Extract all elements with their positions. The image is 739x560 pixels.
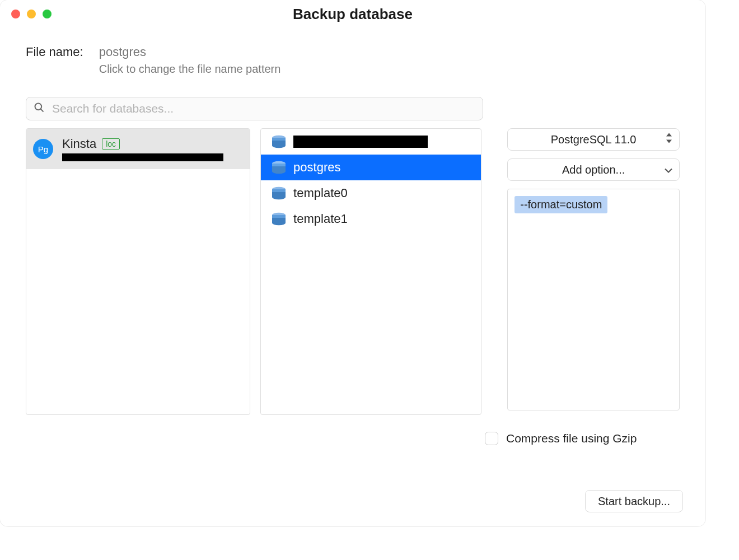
titlebar: Backup database	[0, 0, 705, 28]
server-loc-badge: loc	[102, 138, 120, 150]
options-list[interactable]: --format=custom	[507, 189, 680, 410]
option-chip-format-custom[interactable]: --format=custom	[515, 196, 607, 213]
search-input[interactable]	[26, 97, 483, 120]
database-name: postgres	[293, 160, 340, 175]
search-wrapper	[26, 97, 483, 120]
database-icon	[271, 135, 287, 148]
compress-label: Compress file using Gzip	[506, 432, 637, 445]
server-name: Kinsta	[62, 137, 96, 151]
databases-list[interactable]: postgres template0	[260, 128, 481, 415]
database-icon	[271, 212, 287, 226]
servers-list[interactable]: Pg Kinsta loc	[26, 128, 250, 415]
traffic-lights	[11, 10, 52, 18]
database-name: template1	[293, 212, 348, 226]
pg-version-select[interactable]: PostgreSQL 11.0	[507, 128, 680, 151]
close-window-button[interactable]	[11, 10, 20, 18]
add-option-select[interactable]: Add option...	[507, 158, 680, 181]
start-backup-label: Start backup...	[598, 495, 670, 508]
server-avatar: Pg	[33, 139, 53, 159]
add-option-label: Add option...	[562, 164, 625, 176]
search-icon	[34, 102, 45, 115]
filename-label: File name:	[26, 45, 83, 59]
database-icon	[271, 186, 287, 200]
window-title: Backup database	[0, 6, 705, 23]
updown-caret-icon	[666, 133, 672, 146]
database-name-redacted	[293, 136, 428, 148]
server-item-kinsta[interactable]: Pg Kinsta loc	[26, 129, 250, 169]
chevron-down-icon	[665, 164, 672, 176]
compress-row: Compress file using Gzip	[485, 432, 705, 445]
database-item-postgres[interactable]: postgres	[261, 155, 481, 180]
maximize-window-button[interactable]	[43, 10, 52, 18]
filename-row: File name: postgres Click to change the …	[26, 45, 680, 76]
server-subtitle-redacted	[62, 153, 223, 161]
compress-checkbox[interactable]	[485, 432, 498, 445]
svg-point-0	[35, 104, 42, 110]
database-item-template1[interactable]: template1	[261, 206, 481, 232]
database-icon	[271, 161, 287, 174]
filename-value[interactable]: postgres	[99, 45, 281, 59]
database-item-redacted[interactable]	[261, 129, 481, 155]
start-backup-button[interactable]: Start backup...	[585, 490, 683, 512]
minimize-window-button[interactable]	[27, 10, 36, 18]
svg-line-1	[41, 109, 44, 112]
pg-version-label: PostgreSQL 11.0	[551, 133, 637, 146]
filename-hint: Click to change the file name pattern	[99, 63, 281, 76]
database-item-template0[interactable]: template0	[261, 180, 481, 206]
database-name: template0	[293, 186, 348, 200]
